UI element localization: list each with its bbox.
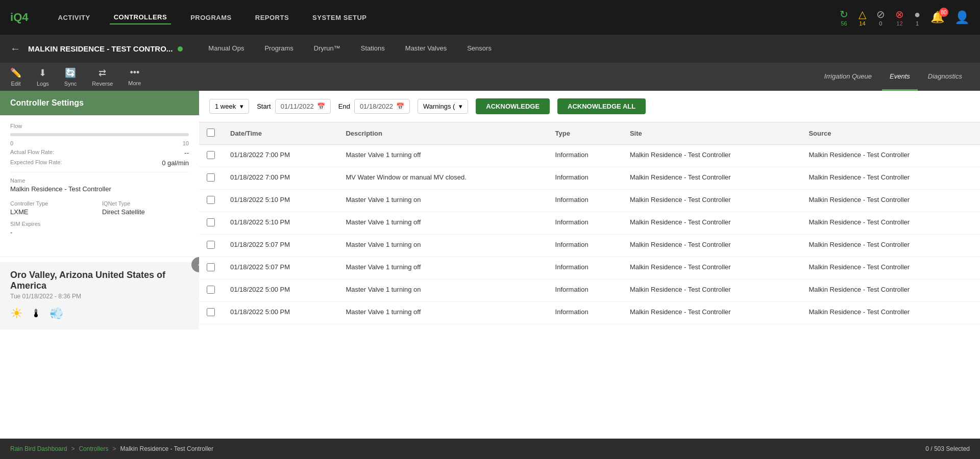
- tab-stations[interactable]: Stations: [351, 35, 395, 63]
- actual-flow-row: Actual Flow Rate: --: [10, 149, 189, 157]
- start-date-value: 01/11/2022: [281, 103, 314, 110]
- row-source: Malkin Residence - Test Controller: [801, 279, 980, 302]
- sidebar-settings: Flow 0 10 Actual Flow Rate: -- Expected …: [0, 115, 199, 251]
- header-source: Source: [801, 122, 980, 145]
- user-icon[interactable]: 👤: [954, 10, 970, 24]
- row-checkbox[interactable]: [207, 151, 215, 159]
- row-type: Information: [548, 302, 622, 324]
- row-checkbox[interactable]: [207, 241, 215, 249]
- row-checkbox-cell: [199, 235, 223, 257]
- breadcrumb-controllers[interactable]: Controllers: [79, 445, 108, 452]
- status-circle-icon: ●: [914, 9, 920, 20]
- row-datetime: 01/18/2022 7:00 PM: [223, 145, 338, 167]
- top-tab-bar: Manual Ops Programs Dryrun™ Stations Mas…: [198, 35, 502, 63]
- row-type: Information: [548, 257, 622, 279]
- edit-button[interactable]: ✏️ Edit: [10, 67, 21, 87]
- expected-flow-row: Expected Flow Rate: 0 gal/min: [10, 159, 189, 167]
- tab-events[interactable]: Events: [882, 63, 918, 91]
- row-datetime: 01/18/2022 5:07 PM: [223, 235, 338, 257]
- row-datetime: 01/18/2022 5:00 PM: [223, 302, 338, 324]
- row-checkbox[interactable]: [207, 263, 215, 271]
- header-type: Type: [548, 122, 622, 145]
- row-type: Information: [548, 145, 622, 167]
- tab-programs[interactable]: Programs: [254, 35, 303, 63]
- nav-reports[interactable]: REPORTS: [251, 11, 293, 24]
- row-site: Malkin Residence - Test Controller: [622, 257, 801, 279]
- sidebar-header: Controller Settings: [0, 91, 199, 115]
- acknowledge-all-button[interactable]: ACKNOWLEDGE ALL: [557, 98, 646, 114]
- row-checkbox-cell: [199, 279, 223, 302]
- select-all-checkbox[interactable]: [207, 129, 215, 137]
- more-button[interactable]: ••• More: [128, 67, 141, 86]
- row-checkbox-cell: [199, 167, 223, 190]
- row-type: Information: [548, 167, 622, 190]
- filter-label: Warnings (: [423, 103, 455, 110]
- events-table: Date/Time Description Type Site Source 0…: [199, 122, 980, 324]
- filter-select[interactable]: Warnings ( ▾: [418, 99, 468, 114]
- period-select[interactable]: 1 week ▾: [209, 99, 249, 114]
- error-icon-group[interactable]: ⊗ 12: [895, 8, 904, 27]
- status-icon-group[interactable]: ● 1: [914, 9, 920, 27]
- sub-tabs: Irrigation Queue Events Diagnostics: [817, 63, 970, 91]
- tab-sensors[interactable]: Sensors: [457, 35, 502, 63]
- refresh-icon: ↻: [840, 8, 848, 20]
- row-datetime: 01/18/2022 5:10 PM: [223, 190, 338, 212]
- end-date-input[interactable]: 01/18/2022 📅: [354, 99, 410, 114]
- header-datetime: Date/Time: [223, 122, 338, 145]
- table-row: 01/18/2022 5:07 PM Master Valve 1 turnin…: [199, 257, 980, 279]
- notification-badge: 80: [939, 8, 948, 17]
- tab-dryrun[interactable]: Dryrun™: [304, 35, 351, 63]
- expected-flow-label: Expected Flow Rate:: [10, 159, 62, 165]
- sync-button[interactable]: 🔄 Sync: [64, 67, 77, 87]
- reverse-button[interactable]: ⇄ Reverse: [92, 67, 113, 87]
- row-checkbox[interactable]: [207, 173, 215, 182]
- blocked-icon-group[interactable]: ⊘ 0: [876, 8, 885, 27]
- tab-master-valves[interactable]: Master Valves: [395, 35, 457, 63]
- start-calendar-icon[interactable]: 📅: [317, 103, 325, 110]
- row-checkbox-cell: [199, 257, 223, 279]
- table-row: 01/18/2022 5:07 PM Master Valve 1 turnin…: [199, 235, 980, 257]
- nav-controllers[interactable]: CONTROLLERS: [110, 11, 171, 24]
- edit-icon: ✏️: [10, 67, 21, 79]
- name-value: Malkin Residence - Test Controller: [10, 185, 189, 193]
- row-description: Master Valve 1 turning on: [338, 190, 547, 212]
- breadcrumb-dashboard[interactable]: Rain Bird Dashboard: [10, 445, 67, 452]
- row-site: Malkin Residence - Test Controller: [622, 167, 801, 190]
- acknowledge-button[interactable]: ACKNOWLEDGE: [476, 98, 550, 114]
- row-site: Malkin Residence - Test Controller: [622, 279, 801, 302]
- row-source: Malkin Residence - Test Controller: [801, 235, 980, 257]
- table-header-row: Date/Time Description Type Site Source: [199, 122, 980, 145]
- nav-programs[interactable]: PROGRAMS: [186, 11, 236, 24]
- tab-diagnostics[interactable]: Diagnostics: [920, 63, 970, 91]
- row-checkbox[interactable]: [207, 196, 215, 204]
- notification-bell[interactable]: 🔔 80: [930, 11, 944, 24]
- warning-icon-group[interactable]: △ 14: [859, 8, 866, 27]
- error-count: 12: [896, 20, 902, 27]
- nav-system-setup[interactable]: SYSTEM SETUP: [308, 11, 371, 24]
- row-checkbox[interactable]: [207, 308, 215, 316]
- row-checkbox[interactable]: [207, 218, 215, 226]
- actual-flow-label: Actual Flow Rate:: [10, 149, 54, 155]
- refresh-icon-group[interactable]: ↻ 56: [840, 8, 848, 27]
- start-date-input[interactable]: 01/11/2022 📅: [275, 99, 331, 114]
- main-content: Controller Settings Flow 0 10 Actual Flo…: [0, 91, 980, 439]
- selected-count-value: 0 / 503: [925, 445, 944, 452]
- sidebar: Controller Settings Flow 0 10 Actual Flo…: [0, 91, 199, 439]
- back-button[interactable]: ←: [10, 43, 20, 55]
- row-source: Malkin Residence - Test Controller: [801, 212, 980, 235]
- end-calendar-icon[interactable]: 📅: [396, 103, 404, 110]
- row-checkbox[interactable]: [207, 286, 215, 294]
- logs-button[interactable]: ⬇ Logs: [37, 67, 49, 87]
- status-count: 1: [916, 20, 919, 27]
- logo-highlight: Q: [13, 11, 22, 24]
- tab-irrigation-queue[interactable]: Irrigation Queue: [817, 63, 879, 91]
- status-bar: Rain Bird Dashboard > Controllers > Malk…: [0, 439, 980, 459]
- row-source: Malkin Residence - Test Controller: [801, 145, 980, 167]
- tab-manual-ops[interactable]: Manual Ops: [198, 35, 254, 63]
- sim-section: SIM Expires -: [10, 221, 189, 236]
- row-type: Information: [548, 190, 622, 212]
- period-dropdown-icon: ▾: [240, 103, 243, 110]
- nav-activity[interactable]: ACTIVITY: [54, 11, 94, 24]
- breadcrumb-sep-2: >: [112, 445, 116, 452]
- blocked-count: 0: [879, 20, 882, 27]
